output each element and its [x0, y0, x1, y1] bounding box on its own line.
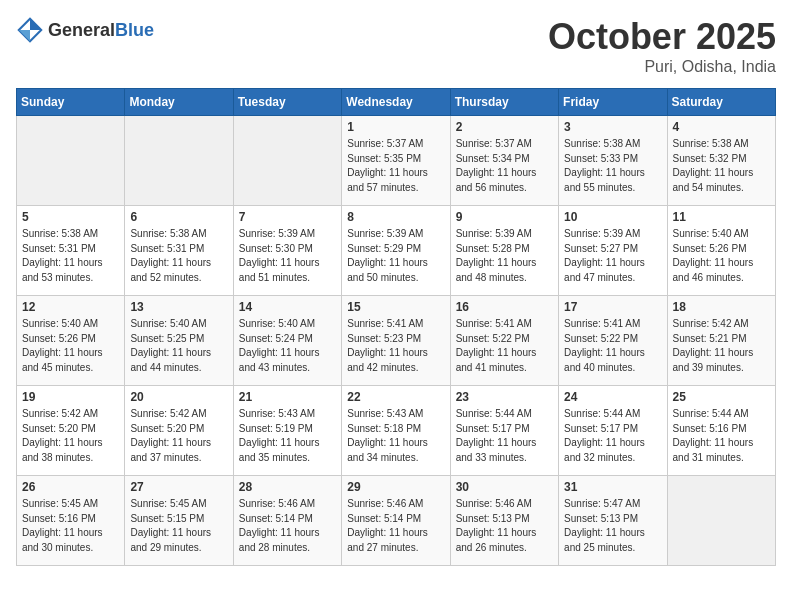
cell-content: Sunrise: 5:47 AM Sunset: 5:13 PM Dayligh…: [564, 497, 661, 555]
day-number: 6: [130, 210, 227, 224]
day-number: 2: [456, 120, 553, 134]
cell-content: Sunrise: 5:39 AM Sunset: 5:27 PM Dayligh…: [564, 227, 661, 285]
day-number: 25: [673, 390, 770, 404]
cell-content: Sunrise: 5:40 AM Sunset: 5:25 PM Dayligh…: [130, 317, 227, 375]
title-block: October 2025 Puri, Odisha, India: [548, 16, 776, 76]
calendar-body: 1 Sunrise: 5:37 AM Sunset: 5:35 PM Dayli…: [17, 116, 776, 566]
day-number: 5: [22, 210, 119, 224]
day-number: 30: [456, 480, 553, 494]
cell-content: Sunrise: 5:46 AM Sunset: 5:14 PM Dayligh…: [239, 497, 336, 555]
day-number: 20: [130, 390, 227, 404]
week-row-4: 19 Sunrise: 5:42 AM Sunset: 5:20 PM Dayl…: [17, 386, 776, 476]
cell-content: Sunrise: 5:44 AM Sunset: 5:17 PM Dayligh…: [456, 407, 553, 465]
calendar-cell: 5 Sunrise: 5:38 AM Sunset: 5:31 PM Dayli…: [17, 206, 125, 296]
calendar-cell: 1 Sunrise: 5:37 AM Sunset: 5:35 PM Dayli…: [342, 116, 450, 206]
day-number: 18: [673, 300, 770, 314]
header-tuesday: Tuesday: [233, 89, 341, 116]
cell-content: Sunrise: 5:42 AM Sunset: 5:20 PM Dayligh…: [22, 407, 119, 465]
calendar-cell: 14 Sunrise: 5:40 AM Sunset: 5:24 PM Dayl…: [233, 296, 341, 386]
day-number: 16: [456, 300, 553, 314]
cell-content: Sunrise: 5:46 AM Sunset: 5:14 PM Dayligh…: [347, 497, 444, 555]
cell-content: Sunrise: 5:44 AM Sunset: 5:16 PM Dayligh…: [673, 407, 770, 465]
calendar-cell: 10 Sunrise: 5:39 AM Sunset: 5:27 PM Dayl…: [559, 206, 667, 296]
cell-content: Sunrise: 5:45 AM Sunset: 5:16 PM Dayligh…: [22, 497, 119, 555]
cell-content: Sunrise: 5:37 AM Sunset: 5:34 PM Dayligh…: [456, 137, 553, 195]
day-number: 27: [130, 480, 227, 494]
header-wednesday: Wednesday: [342, 89, 450, 116]
calendar-cell: 4 Sunrise: 5:38 AM Sunset: 5:32 PM Dayli…: [667, 116, 775, 206]
month-title: October 2025: [548, 16, 776, 58]
calendar-cell: 28 Sunrise: 5:46 AM Sunset: 5:14 PM Dayl…: [233, 476, 341, 566]
calendar-cell: 27 Sunrise: 5:45 AM Sunset: 5:15 PM Dayl…: [125, 476, 233, 566]
calendar-cell: [125, 116, 233, 206]
calendar-cell: 24 Sunrise: 5:44 AM Sunset: 5:17 PM Dayl…: [559, 386, 667, 476]
calendar-cell: 30 Sunrise: 5:46 AM Sunset: 5:13 PM Dayl…: [450, 476, 558, 566]
header-saturday: Saturday: [667, 89, 775, 116]
calendar-cell: 21 Sunrise: 5:43 AM Sunset: 5:19 PM Dayl…: [233, 386, 341, 476]
calendar-table: SundayMondayTuesdayWednesdayThursdayFrid…: [16, 88, 776, 566]
calendar-cell: 2 Sunrise: 5:37 AM Sunset: 5:34 PM Dayli…: [450, 116, 558, 206]
cell-content: Sunrise: 5:38 AM Sunset: 5:32 PM Dayligh…: [673, 137, 770, 195]
week-row-2: 5 Sunrise: 5:38 AM Sunset: 5:31 PM Dayli…: [17, 206, 776, 296]
logo: GeneralBlue: [16, 16, 154, 44]
day-number: 23: [456, 390, 553, 404]
day-number: 11: [673, 210, 770, 224]
calendar-cell: [17, 116, 125, 206]
location: Puri, Odisha, India: [548, 58, 776, 76]
header-thursday: Thursday: [450, 89, 558, 116]
cell-content: Sunrise: 5:40 AM Sunset: 5:26 PM Dayligh…: [673, 227, 770, 285]
cell-content: Sunrise: 5:41 AM Sunset: 5:22 PM Dayligh…: [456, 317, 553, 375]
day-number: 22: [347, 390, 444, 404]
cell-content: Sunrise: 5:42 AM Sunset: 5:20 PM Dayligh…: [130, 407, 227, 465]
day-number: 4: [673, 120, 770, 134]
day-number: 14: [239, 300, 336, 314]
cell-content: Sunrise: 5:39 AM Sunset: 5:29 PM Dayligh…: [347, 227, 444, 285]
cell-content: Sunrise: 5:39 AM Sunset: 5:28 PM Dayligh…: [456, 227, 553, 285]
calendar-cell: 17 Sunrise: 5:41 AM Sunset: 5:22 PM Dayl…: [559, 296, 667, 386]
calendar-cell: 6 Sunrise: 5:38 AM Sunset: 5:31 PM Dayli…: [125, 206, 233, 296]
calendar-cell: [667, 476, 775, 566]
cell-content: Sunrise: 5:38 AM Sunset: 5:31 PM Dayligh…: [22, 227, 119, 285]
cell-content: Sunrise: 5:37 AM Sunset: 5:35 PM Dayligh…: [347, 137, 444, 195]
day-number: 9: [456, 210, 553, 224]
day-number: 13: [130, 300, 227, 314]
header-friday: Friday: [559, 89, 667, 116]
calendar-cell: 9 Sunrise: 5:39 AM Sunset: 5:28 PM Dayli…: [450, 206, 558, 296]
cell-content: Sunrise: 5:43 AM Sunset: 5:19 PM Dayligh…: [239, 407, 336, 465]
cell-content: Sunrise: 5:42 AM Sunset: 5:21 PM Dayligh…: [673, 317, 770, 375]
day-number: 10: [564, 210, 661, 224]
cell-content: Sunrise: 5:41 AM Sunset: 5:23 PM Dayligh…: [347, 317, 444, 375]
logo-general: General: [48, 20, 115, 40]
cell-content: Sunrise: 5:40 AM Sunset: 5:26 PM Dayligh…: [22, 317, 119, 375]
calendar-cell: 15 Sunrise: 5:41 AM Sunset: 5:23 PM Dayl…: [342, 296, 450, 386]
day-number: 19: [22, 390, 119, 404]
calendar-cell: 12 Sunrise: 5:40 AM Sunset: 5:26 PM Dayl…: [17, 296, 125, 386]
cell-content: Sunrise: 5:39 AM Sunset: 5:30 PM Dayligh…: [239, 227, 336, 285]
week-row-1: 1 Sunrise: 5:37 AM Sunset: 5:35 PM Dayli…: [17, 116, 776, 206]
day-number: 15: [347, 300, 444, 314]
day-number: 26: [22, 480, 119, 494]
calendar-cell: 3 Sunrise: 5:38 AM Sunset: 5:33 PM Dayli…: [559, 116, 667, 206]
page-header: GeneralBlue October 2025 Puri, Odisha, I…: [16, 16, 776, 76]
cell-content: Sunrise: 5:40 AM Sunset: 5:24 PM Dayligh…: [239, 317, 336, 375]
day-number: 7: [239, 210, 336, 224]
cell-content: Sunrise: 5:43 AM Sunset: 5:18 PM Dayligh…: [347, 407, 444, 465]
day-number: 1: [347, 120, 444, 134]
day-number: 17: [564, 300, 661, 314]
cell-content: Sunrise: 5:46 AM Sunset: 5:13 PM Dayligh…: [456, 497, 553, 555]
logo-icon: [16, 16, 44, 44]
day-number: 8: [347, 210, 444, 224]
calendar-cell: 13 Sunrise: 5:40 AM Sunset: 5:25 PM Dayl…: [125, 296, 233, 386]
logo-text: GeneralBlue: [48, 20, 154, 41]
calendar-cell: [233, 116, 341, 206]
calendar-cell: 16 Sunrise: 5:41 AM Sunset: 5:22 PM Dayl…: [450, 296, 558, 386]
cell-content: Sunrise: 5:38 AM Sunset: 5:33 PM Dayligh…: [564, 137, 661, 195]
calendar-cell: 25 Sunrise: 5:44 AM Sunset: 5:16 PM Dayl…: [667, 386, 775, 476]
header-monday: Monday: [125, 89, 233, 116]
week-row-3: 12 Sunrise: 5:40 AM Sunset: 5:26 PM Dayl…: [17, 296, 776, 386]
day-number: 12: [22, 300, 119, 314]
calendar-cell: 23 Sunrise: 5:44 AM Sunset: 5:17 PM Dayl…: [450, 386, 558, 476]
calendar-cell: 11 Sunrise: 5:40 AM Sunset: 5:26 PM Dayl…: [667, 206, 775, 296]
week-row-5: 26 Sunrise: 5:45 AM Sunset: 5:16 PM Dayl…: [17, 476, 776, 566]
calendar-cell: 31 Sunrise: 5:47 AM Sunset: 5:13 PM Dayl…: [559, 476, 667, 566]
